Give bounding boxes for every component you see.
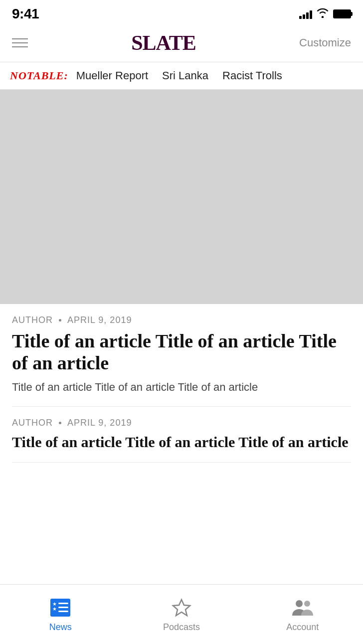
article-item: AUTHOR APRIL 9, 2019 Title of an article… [12,407,351,463]
article-date: APRIL 9, 2019 [67,315,132,325]
signal-icon [299,9,312,19]
bottom-nav: ★ ★ News Podcasts [0,584,363,644]
slate-logo[interactable]: SLATE [131,31,196,55]
notable-bar: NOTABLE: Mueller Report Sri Lanka Racist… [0,62,363,90]
svg-rect-4 [58,607,68,608]
notable-items: Mueller Report Sri Lanka Racist Trolls [76,69,282,82]
hamburger-menu-icon[interactable] [12,38,28,47]
article-title[interactable]: Title of an article Title of an article … [12,433,351,451]
main-content: AUTHOR APRIL 9, 2019 Title of an article… [0,90,363,527]
article-summary: Title of an article Title of an article … [12,380,351,395]
notable-item-srilanka[interactable]: Sri Lanka [162,69,208,82]
podcasts-icon [169,596,194,619]
nav-label-account: Account [286,622,319,633]
status-icons [299,8,351,20]
battery-icon [333,9,351,18]
svg-point-8 [304,601,310,607]
notable-item-racist-trolls[interactable]: Racist Trolls [222,69,282,82]
article-author: AUTHOR [12,315,53,325]
article-dot [59,422,61,424]
status-bar: 9:41 [0,0,363,26]
notable-label: NOTABLE: [10,69,68,82]
article-item: AUTHOR APRIL 9, 2019 Title of an article… [12,304,351,407]
svg-rect-3 [58,603,68,604]
customize-button[interactable]: Customize [299,36,351,49]
article-list: AUTHOR APRIL 9, 2019 Title of an article… [0,304,363,463]
article-date: APRIL 9, 2019 [67,418,132,428]
article-author: AUTHOR [12,418,53,428]
news-icon: ★ ★ [48,596,73,619]
svg-text:★: ★ [52,606,57,612]
nav-item-account[interactable]: Account [242,596,363,633]
article-meta: AUTHOR APRIL 9, 2019 [12,315,351,325]
wifi-icon [316,8,329,20]
status-time: 9:41 [12,6,39,22]
notable-item-mueller[interactable]: Mueller Report [76,69,148,82]
svg-marker-6 [173,600,190,616]
nav-label-news: News [49,622,72,633]
hero-image[interactable] [0,90,363,304]
nav-item-news[interactable]: ★ ★ News [0,596,121,633]
article-title[interactable]: Title of an article Title of an article … [12,330,351,374]
nav-label-podcasts: Podcasts [163,622,200,633]
article-dot [59,319,61,322]
svg-rect-5 [58,611,68,612]
nav-item-podcasts[interactable]: Podcasts [121,596,242,633]
header: SLATE Customize [0,26,363,62]
account-icon [290,596,315,619]
svg-point-7 [296,600,303,607]
article-meta: AUTHOR APRIL 9, 2019 [12,418,351,428]
